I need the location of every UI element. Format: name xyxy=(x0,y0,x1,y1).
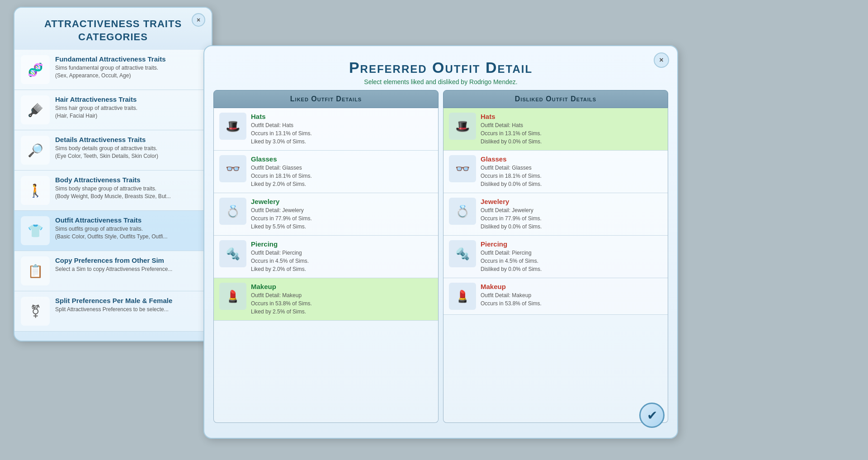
disliked-item-name-1: Glasses xyxy=(481,155,662,163)
liked-item-icon-0: 🎩 xyxy=(219,113,246,140)
disliked-item-icon-0: 🎩 xyxy=(449,113,476,140)
left-item-title-outfit: Outfit Attractiveness Traits xyxy=(55,216,205,224)
columns-container: Liked Outfit Details 🎩 Hats Outfit Detai… xyxy=(204,90,677,423)
disliked-item-detail-3: Outfit Detail: PiercingOccurs in 4.5% of… xyxy=(481,249,662,273)
liked-list[interactable]: 🎩 Hats Outfit Detail: HatsOccurs in 13.1… xyxy=(213,108,439,423)
disliked-item-detail-2: Outfit Detail: JeweleryOccurs in 77.9% o… xyxy=(481,206,662,231)
left-item-title-hair: Hair Attractiveness Traits xyxy=(55,95,205,103)
left-close-button[interactable]: × xyxy=(192,13,205,27)
disliked-item-icon-4: 💄 xyxy=(449,283,476,310)
liked-item-detail-2: Outfit Detail: JeweleryOccurs in 77.9% o… xyxy=(251,206,433,231)
left-item-title-split: Split Preferences Per Male & Female xyxy=(55,297,205,304)
disliked-item-2[interactable]: 💍 Jewelery Outfit Detail: JeweleryOccurs… xyxy=(443,193,668,236)
disliked-item-icon-2: 💍 xyxy=(449,198,476,225)
disliked-item-detail-1: Outfit Detail: GlassesOccurs in 18.1% of… xyxy=(481,164,662,188)
left-item-icon-hair: 🪮 xyxy=(21,95,50,124)
left-item-icon-outfit: 👕 xyxy=(21,216,50,245)
left-item-icon-fundamental: 🧬 xyxy=(21,55,50,84)
disliked-item-name-3: Piercing xyxy=(481,240,662,248)
left-item-title-body: Body Attractiveness Traits xyxy=(55,176,205,184)
liked-column: Liked Outfit Details 🎩 Hats Outfit Detai… xyxy=(213,90,439,423)
liked-item-0[interactable]: 🎩 Hats Outfit Detail: HatsOccurs in 13.1… xyxy=(214,108,438,151)
liked-item-detail-4: Outfit Detail: MakeupOccurs in 53.8% of … xyxy=(251,291,433,316)
left-item-desc-hair: Sims hair group of attractive traits.(Ha… xyxy=(55,104,205,120)
disliked-item-name-4: Makeup xyxy=(481,283,662,290)
disliked-item-name-2: Jewelery xyxy=(481,198,662,205)
left-item-icon-body: 🚶 xyxy=(21,176,50,205)
liked-item-name-1: Glasses xyxy=(251,155,433,163)
liked-item-4[interactable]: 💄 Makeup Outfit Detail: MakeupOccurs in … xyxy=(214,278,438,321)
left-item-icon-details: 🔎 xyxy=(21,136,50,165)
liked-item-icon-2: 💍 xyxy=(219,198,246,225)
liked-column-header: Liked Outfit Details xyxy=(213,90,439,108)
left-item-title-details: Details Attractiveness Traits xyxy=(55,136,205,143)
left-panel-title: Attractiveness TraitsCategories xyxy=(24,18,203,43)
left-item-desc-outfit: Sims outfits group of attractive traits.… xyxy=(55,225,205,241)
left-item-icon-split: ⚧ xyxy=(21,297,50,326)
left-item-desc-details: Sims body details group of attractive tr… xyxy=(55,145,205,160)
left-item-desc-fundamental: Sims fundamental group of attractive tra… xyxy=(55,64,205,80)
right-panel: Preferred Outfit Detail Select elements … xyxy=(203,45,678,439)
left-item-title-fundamental: Fundamental Attractiveness Traits xyxy=(55,55,205,63)
liked-item-detail-3: Outfit Detail: PiercingOccurs in 4.5% of… xyxy=(251,249,433,273)
left-list-item-copy[interactable]: 📋 Copy Preferences from Other Sim Select… xyxy=(14,251,212,291)
disliked-column-header: Disliked Outfit Details xyxy=(443,90,668,108)
disliked-item-icon-3: 🔩 xyxy=(449,240,476,267)
right-panel-subtitle: Select elements liked and disliked by Ro… xyxy=(213,78,668,85)
liked-item-icon-3: 🔩 xyxy=(219,240,246,267)
disliked-item-detail-4: Outfit Detail: MakeupOccurs in 53.8% of … xyxy=(481,291,662,308)
disliked-item-3[interactable]: 🔩 Piercing Outfit Detail: PiercingOccurs… xyxy=(443,236,668,278)
left-item-icon-copy: 📋 xyxy=(21,256,50,285)
disliked-list[interactable]: 🎩 Hats Outfit Detail: HatsOccurs in 13.1… xyxy=(443,108,668,423)
liked-item-name-0: Hats xyxy=(251,113,433,120)
liked-item-3[interactable]: 🔩 Piercing Outfit Detail: PiercingOccurs… xyxy=(214,236,438,278)
disliked-item-4[interactable]: 💄 Makeup Outfit Detail: MakeupOccurs in … xyxy=(443,278,668,315)
disliked-item-detail-0: Outfit Detail: HatsOccurs in 13.1% of Si… xyxy=(481,121,662,146)
left-item-desc-copy: Select a Sim to copy Attractiveness Pref… xyxy=(55,266,205,273)
liked-item-icon-1: 👓 xyxy=(219,155,246,182)
left-list-item-split[interactable]: ⚧ Split Preferences Per Male & Female Sp… xyxy=(14,291,212,332)
left-panel-header: Attractiveness TraitsCategories xyxy=(14,8,212,50)
confirm-button[interactable]: ✔ xyxy=(639,403,665,428)
liked-item-name-2: Jewelery xyxy=(251,198,433,205)
left-item-title-copy: Copy Preferences from Other Sim xyxy=(55,256,205,264)
left-list-item-hair[interactable]: 🪮 Hair Attractiveness Traits Sims hair g… xyxy=(14,90,212,130)
liked-item-icon-4: 💄 xyxy=(219,283,246,310)
right-panel-header: Preferred Outfit Detail Select elements … xyxy=(204,46,677,90)
left-item-desc-body: Sims body shape group of attractive trai… xyxy=(55,185,205,200)
disliked-item-name-0: Hats xyxy=(481,113,662,120)
right-close-button[interactable]: × xyxy=(654,52,669,68)
liked-item-name-4: Makeup xyxy=(251,283,433,290)
left-list-item-outfit[interactable]: 👕 Outfit Attractiveness Traits Sims outf… xyxy=(14,211,212,251)
left-panel: Attractiveness TraitsCategories × 🧬 Fund… xyxy=(14,7,212,341)
liked-item-detail-1: Outfit Detail: GlassesOccurs in 18.1% of… xyxy=(251,164,433,188)
disliked-item-icon-1: 👓 xyxy=(449,155,476,182)
liked-item-name-3: Piercing xyxy=(251,240,433,248)
left-list-item-body[interactable]: 🚶 Body Attractiveness Traits Sims body s… xyxy=(14,171,212,211)
liked-item-1[interactable]: 👓 Glasses Outfit Detail: GlassesOccurs i… xyxy=(214,151,438,193)
disliked-item-1[interactable]: 👓 Glasses Outfit Detail: GlassesOccurs i… xyxy=(443,151,668,193)
left-item-desc-split: Split Attractiveness Preferences to be s… xyxy=(55,306,205,313)
left-list-item-details[interactable]: 🔎 Details Attractiveness Traits Sims bod… xyxy=(14,130,212,171)
left-list-item-fundamental[interactable]: 🧬 Fundamental Attractiveness Traits Sims… xyxy=(14,50,212,90)
left-panel-list: 🧬 Fundamental Attractiveness Traits Sims… xyxy=(14,50,212,333)
disliked-item-0[interactable]: 🎩 Hats Outfit Detail: HatsOccurs in 13.1… xyxy=(443,108,668,151)
liked-item-2[interactable]: 💍 Jewelery Outfit Detail: JeweleryOccurs… xyxy=(214,193,438,236)
disliked-column: Disliked Outfit Details 🎩 Hats Outfit De… xyxy=(443,90,668,423)
liked-item-detail-0: Outfit Detail: HatsOccurs in 13.1% of Si… xyxy=(251,121,433,146)
right-panel-title: Preferred Outfit Detail xyxy=(213,59,668,76)
